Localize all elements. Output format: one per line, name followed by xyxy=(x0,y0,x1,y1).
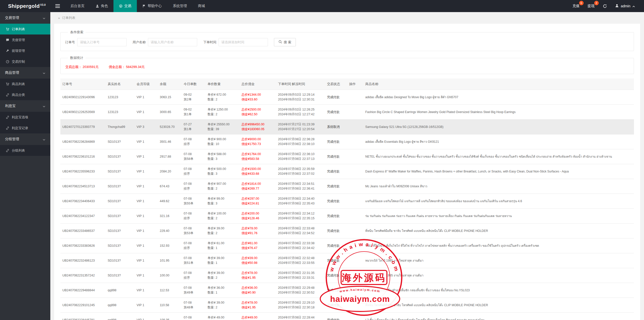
order-time-label: 下单时间 xyxy=(203,40,216,45)
actions xyxy=(347,253,363,268)
actions xyxy=(347,120,363,134)
control-icon xyxy=(6,60,9,63)
vip-level: VIP 1 xyxy=(135,149,158,164)
topnav-item-system[interactable]: 系统管理 xyxy=(167,0,192,12)
price-qty: 单价¥ 99.00数量: 3 xyxy=(206,194,239,209)
order-no: UB2407270123393779 xyxy=(60,120,106,134)
balance: 109.35 xyxy=(158,313,182,320)
order-no-input[interactable] xyxy=(77,38,127,46)
real-name: 123123 xyxy=(106,105,135,120)
search-icon xyxy=(278,40,282,44)
sidebar-group-interest[interactable]: 利息宝 xyxy=(0,100,50,112)
balance: 3000.65 xyxy=(158,105,182,120)
product-name: Mc Jeans รองเท้าผ้าใบ M09Z006 Unisex สีข… xyxy=(363,179,634,194)
today-count: 07-08第48单 xyxy=(182,298,206,313)
sidebar-item-label: 提现管理 xyxy=(12,49,25,53)
balance: 3063.15 xyxy=(158,90,182,105)
cart-icon xyxy=(6,27,9,31)
column-header: 订单号 xyxy=(60,79,106,90)
withdraw-label: 提现 xyxy=(588,4,595,8)
sidebar-item-withdraw-mgmt[interactable]: 提现管理 xyxy=(0,45,50,56)
topnav-item-mall[interactable]: 商城 xyxy=(192,0,211,12)
order-no: UB2407082228445781 xyxy=(60,313,106,320)
column-header: 余额 xyxy=(158,79,182,90)
user-name-input[interactable] xyxy=(148,38,197,46)
status: 完成付款 xyxy=(325,298,347,313)
table-row: UB2407082232486123SD1013?VIP 1101.9507-0… xyxy=(60,253,634,268)
balance: 2084.20 xyxy=(158,164,182,179)
times: 2024年09月02日 12:26:252024年09月02日 12:27:42 xyxy=(276,105,325,120)
total-commission: 总价¥297.00佣金¥224.81 xyxy=(239,194,276,209)
sidebar-item-label: 利息宝选项 xyxy=(12,115,28,120)
link-icon xyxy=(6,149,9,152)
topnav-item-home[interactable]: 后台首页 xyxy=(65,0,90,12)
sidebar-item-group-list[interactable]: 分组列表 xyxy=(0,145,50,156)
actions xyxy=(347,238,363,253)
order-no-label: 订单号 xyxy=(65,40,75,45)
vip-level: VIP 1 xyxy=(135,268,158,283)
search-button[interactable]: 搜 索 xyxy=(274,38,296,46)
table-row: UB2407082233486537SD1013?VIP 1229.4007-0… xyxy=(60,224,634,238)
sidebar-group-label: 交易管理 xyxy=(5,16,19,20)
refresh-icon[interactable] xyxy=(603,4,607,8)
today-count: 07-08第49单 xyxy=(182,283,206,298)
user-name-field: 用户名称 xyxy=(133,38,197,46)
menu-toggle-icon[interactable] xyxy=(50,0,65,12)
today-count: 07-08排序 xyxy=(182,179,206,194)
price-qty: 单价¥ 39.00数量: 2 xyxy=(206,298,239,313)
real-name: qq898 xyxy=(106,298,135,313)
times: 2024年07月08日 22:35:592024年07月08日 22:37:02 xyxy=(276,164,325,179)
sidebar-item-recharge-mgmt[interactable]: 充值管理 xyxy=(0,34,50,45)
actions xyxy=(347,90,363,105)
search-fieldset: 条件搜索 订单号 用户名称 下单时间 搜 索 xyxy=(60,30,634,51)
recharge-button[interactable]: 充值6 xyxy=(573,4,580,8)
order-no: UB2407082231357242 xyxy=(60,268,106,283)
sidebar-group-product-mgmt[interactable]: 商品管理 xyxy=(0,67,50,79)
withdraw-button[interactable]: 提现2 xyxy=(588,4,595,8)
main-area: » 订单列表 条件搜索 订单号 用户名称 下单时间 xyxy=(50,12,644,320)
balance: 110.58 xyxy=(158,298,182,313)
sidebar-item-interest-options[interactable]: 利息宝选项 xyxy=(0,112,50,123)
actions xyxy=(347,164,363,179)
sidebar: 交易管理订单列表充值管理提现管理交易控制商品管理商品列表商品分类利息宝利息宝选项… xyxy=(0,12,50,320)
sidebar-item-order-list[interactable]: 订单列表 xyxy=(0,24,50,34)
order-no: UB2407082232486123 xyxy=(60,253,106,268)
topnav-item-role[interactable]: 角色 xyxy=(90,0,113,12)
real-name: SD1013? xyxy=(106,164,135,179)
link-icon xyxy=(6,116,9,119)
topnav-item-help[interactable]: 帮助中心 xyxy=(137,0,167,12)
sidebar-item-product-category[interactable]: 商品分类 xyxy=(0,89,50,100)
sidebar-item-trade-control[interactable]: 交易控制 xyxy=(0,56,50,67)
sidebar-item-product-list[interactable]: 商品列表 xyxy=(0,79,50,89)
order-time-input[interactable] xyxy=(219,38,268,46)
today-count: 09-02第1单 xyxy=(182,105,206,120)
vip-level: VIP 1 xyxy=(135,105,158,120)
price-qty: 单价¥ 1250.00数量: 2 xyxy=(206,105,239,120)
vip-level: VIP 1 xyxy=(135,283,158,298)
topnav-item-label: 角色 xyxy=(101,4,108,8)
price-qty: 单价¥ 588.00数量: 3 xyxy=(206,149,239,164)
total-commission: 总价¥1814.00佣金¥269.77 xyxy=(239,179,276,194)
sidebar-group-trade-mgmt[interactable]: 交易管理 xyxy=(0,12,50,24)
times: 2024年07月08日 22:31:352024年07月08日 22:33:31 xyxy=(276,268,325,283)
sidebar-group-group-mgmt[interactable]: 分组管理 xyxy=(0,133,50,145)
cart-icon xyxy=(6,82,9,86)
user-menu[interactable]: admin xyxy=(615,4,635,8)
balance: 100.00 xyxy=(158,268,182,283)
sidebar-group-label: 商品管理 xyxy=(5,70,19,75)
order-no: UB2409021226253569 xyxy=(60,105,106,120)
topnav-item-trade[interactable]: 交易 xyxy=(113,0,137,12)
today-count: 07-08第55单 xyxy=(182,194,206,209)
total-commission: 总价¥61.00佣金¥76.47 xyxy=(239,238,276,253)
product-name: ( 2 ชิ้น ) ตุ๊กตาเด็ก ( รับ ) ตุ๊กตาอุรั… xyxy=(363,313,634,320)
flag-icon xyxy=(142,4,146,8)
column-header: 总价佣金 xyxy=(239,79,276,90)
sidebar-item-interest-records[interactable]: 利息宝记录 xyxy=(0,123,50,133)
times: 2024年07月08日 22:33:482024年07月08日 22:34:52 xyxy=(276,224,325,238)
table-row: UB2409021229143096123123VIP 13063.1509-0… xyxy=(60,90,634,105)
total-commission: 总价¥36.00佣金¥0.90 xyxy=(239,283,276,298)
status: 完成付款 xyxy=(325,209,347,224)
status: 完成付款 xyxy=(325,238,347,253)
today-count: 07-08第51单 xyxy=(182,253,206,268)
times: 2024年07月08日 22:36:102024年07月08日 22:37:13 xyxy=(276,149,325,164)
